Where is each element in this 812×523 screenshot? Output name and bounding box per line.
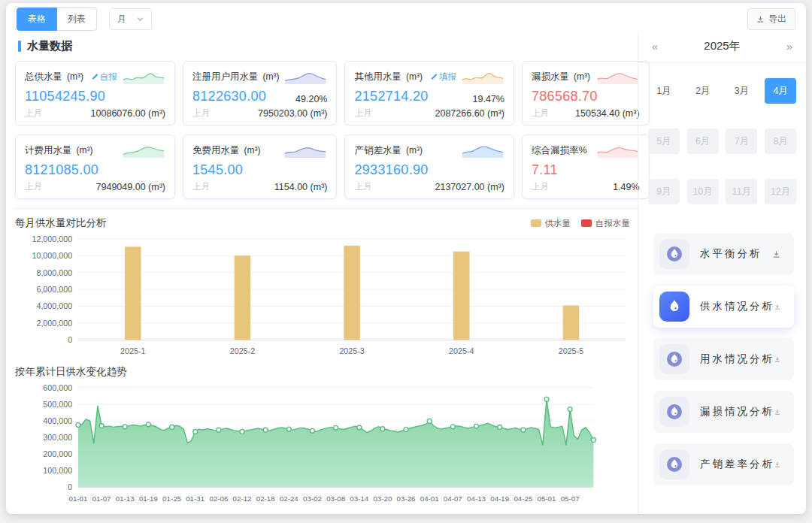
prev-month-label: 上月: [192, 181, 210, 192]
water-drop-icon: [659, 344, 689, 374]
card-unit: (m³): [406, 71, 423, 82]
tab-list[interactable]: 列表: [57, 8, 97, 31]
download-icon[interactable]: [774, 461, 780, 469]
svg-text:03-14: 03-14: [350, 494, 369, 503]
stat-card-billed-usage[interactable]: 计费用水量 (m³) 8121085.00 上月 7: [15, 135, 175, 199]
bar-chart-title: 每月供水量对比分析: [15, 216, 107, 230]
sparkline: [283, 68, 327, 85]
export-label: 导出: [768, 13, 786, 26]
card-title: 其他用水量: [354, 71, 401, 83]
month-cell[interactable]: 9月: [648, 179, 680, 204]
legend-item[interactable]: 自报水量: [581, 218, 630, 229]
area-chart-title: 按年累计日供水变化趋势: [15, 365, 127, 379]
water-drop-icon: [659, 239, 689, 269]
prev-month-label: 上月: [532, 181, 549, 192]
card-title: 漏损水量: [532, 71, 569, 83]
card-unit: (m³): [244, 145, 260, 156]
svg-text:01-01: 01-01: [68, 494, 87, 503]
svg-text:100,000: 100,000: [43, 466, 72, 475]
card-title: 产销差水量: [354, 144, 401, 157]
stat-card-total-supply[interactable]: 总供水量 (m³) 自报 11054245.90: [15, 61, 175, 125]
card-unit: (m³): [262, 71, 279, 82]
period-select[interactable]: 月: [109, 8, 152, 30]
calendar-year: 2025年: [661, 39, 783, 53]
export-button[interactable]: 导出: [747, 8, 795, 30]
month-cell[interactable]: 8月: [765, 128, 796, 154]
stat-card-free-usage[interactable]: 免费用水量 (m³) 1545.00 上月 1154: [183, 135, 337, 199]
nav-usage-analysis[interactable]: 用水情况分析: [653, 338, 794, 380]
svg-text:01-13: 01-13: [116, 494, 135, 503]
month-cell[interactable]: 6月: [687, 128, 719, 154]
svg-text:2025-5: 2025-5: [559, 346, 583, 355]
svg-text:03-26: 03-26: [397, 494, 416, 503]
download-icon[interactable]: [772, 250, 780, 258]
download-icon[interactable]: [774, 355, 780, 364]
svg-text:04-25: 04-25: [514, 494, 533, 503]
next-year-arrow[interactable]: »: [783, 40, 795, 53]
svg-text:03-02: 03-02: [303, 494, 322, 503]
svg-text:400,000: 400,000: [43, 416, 72, 425]
stat-card-nrw-volume[interactable]: 产销差水量 (m³) 2933160.90 上月 2: [344, 135, 514, 199]
month-cell[interactable]: 11月: [726, 179, 757, 204]
section-accent-bar: [18, 41, 21, 52]
svg-text:04-13: 04-13: [467, 494, 486, 503]
nav-water-balance-analysis[interactable]: 水平衡分析: [653, 233, 794, 275]
svg-text:600,000: 600,000: [43, 382, 72, 391]
month-cell[interactable]: 4月: [765, 78, 796, 104]
tab-table[interactable]: 表格: [17, 8, 57, 31]
month-cell[interactable]: 7月: [726, 128, 757, 154]
water-drop-icon: [659, 449, 689, 479]
month-cell[interactable]: 12月: [765, 179, 796, 204]
svg-text:500,000: 500,000: [43, 400, 72, 409]
download-icon[interactable]: [774, 303, 780, 311]
nav-nrw-rate-analysis[interactable]: 产销差率分析: [653, 443, 794, 485]
month-cell[interactable]: 1月: [648, 78, 680, 104]
svg-text:200,000: 200,000: [43, 449, 72, 458]
prev-month-label: 上月: [192, 107, 210, 119]
toolbar: 表格 列表 月 导出: [6, 3, 806, 32]
prev-month-value: 150534.40 (m³): [575, 108, 639, 119]
svg-text:02-06: 02-06: [209, 494, 228, 503]
bar-chart-legend[interactable]: 供水量自报水量: [531, 218, 631, 229]
month-cell[interactable]: 2月: [687, 78, 719, 104]
stat-card-leakage-volume[interactable]: 漏损水量 (m³) 786568.70 上月 150: [522, 61, 650, 125]
svg-text:03-08: 03-08: [326, 494, 345, 503]
prev-month-value: 2087266.60 (m³): [435, 108, 504, 119]
legend-item[interactable]: 供水量: [531, 218, 571, 229]
sparkline: [283, 142, 327, 159]
daily-supply-area-chart[interactable]: 0100,000200,000300,000400,000500,000600,…: [14, 380, 635, 506]
month-grid: 1月 2月 3月 4月 5月 6月 7月 8月 9月 10月 11月 12月: [638, 63, 806, 210]
prev-month-value: 2137027.00 (m³): [435, 182, 504, 192]
svg-text:0: 0: [68, 482, 72, 491]
card-percent: 49.20%: [295, 94, 327, 104]
nav-leakage-analysis[interactable]: 漏损情况分析: [653, 391, 794, 433]
month-cell[interactable]: 5月: [648, 128, 680, 154]
app-window: 表格 列表 月 导出 水量数据 总供水量: [0, 0, 812, 523]
nav-supply-analysis[interactable]: 供水情况分析: [653, 286, 794, 328]
svg-text:05-07: 05-07: [561, 494, 580, 503]
svg-text:01-31: 01-31: [186, 494, 205, 503]
card-value: 786568.70: [532, 89, 598, 104]
right-panel: « 2025年 » 1月 2月 3月 4月 5月 6月 7月 8月 9月 10月…: [638, 32, 806, 514]
card-unit: (m³): [67, 71, 83, 82]
svg-text:03-20: 03-20: [373, 494, 392, 503]
stat-card-other-usage[interactable]: 其他用水量 (m³) 填报 2152714.20 19.47% 上月: [344, 61, 514, 125]
view-tab-group: 表格 列表: [17, 8, 97, 31]
prev-year-arrow[interactable]: «: [649, 40, 661, 53]
monthly-supply-bar-chart[interactable]: 02,000,0004,000,0006,000,0008,000,00010,…: [14, 231, 635, 361]
svg-text:02-12: 02-12: [233, 494, 252, 503]
fill-report-tag[interactable]: 填报: [430, 71, 456, 83]
month-cell[interactable]: 10月: [687, 179, 719, 204]
svg-text:05-01: 05-01: [538, 494, 556, 503]
sparkline: [122, 142, 165, 159]
svg-text:2025-1: 2025-1: [120, 346, 145, 355]
month-cell[interactable]: 3月: [726, 78, 757, 104]
card-title: 总供水量: [25, 71, 62, 83]
download-icon[interactable]: [774, 408, 780, 416]
svg-text:2025-4: 2025-4: [449, 346, 474, 355]
water-drop-icon: [659, 397, 689, 427]
stat-card-leakage-rate[interactable]: 综合漏损率% 7.11 上月 1.49%: [522, 135, 650, 199]
page-title: 水量数据: [27, 39, 72, 53]
stat-card-registered-usage[interactable]: 注册用户用水量 (m³) 8122630.00 49.20% 上月: [183, 61, 337, 125]
self-report-tag[interactable]: 自报: [91, 71, 117, 83]
